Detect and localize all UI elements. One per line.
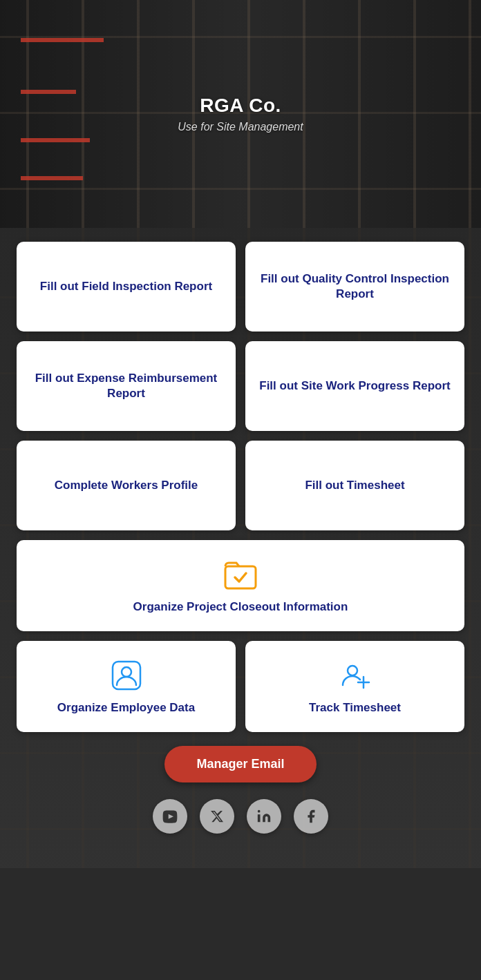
linkedin-icon[interactable] bbox=[247, 799, 281, 834]
cards-row-3: Complete Workers Profile Fill out Timesh… bbox=[17, 441, 464, 530]
manager-email-button[interactable]: Manager Email bbox=[164, 746, 317, 782]
cards-row-4: Organize Project Closeout Information bbox=[17, 540, 464, 631]
hero-section: RGA Co. Use for Site Management bbox=[0, 0, 481, 228]
scaffold-accent bbox=[21, 90, 76, 94]
site-work-progress-card[interactable]: Fill out Site Work Progress Report bbox=[245, 341, 464, 431]
cards-row-5: Organize Employee Data Track Timesheet bbox=[17, 641, 464, 732]
project-closeout-card[interactable]: Organize Project Closeout Information bbox=[17, 540, 464, 631]
cards-row-1: Fill out Field Inspection Report Fill ou… bbox=[17, 242, 464, 332]
timesheet-card[interactable]: Fill out Timesheet bbox=[245, 441, 464, 530]
scaffold-accent bbox=[21, 138, 90, 142]
app-subtitle: Use for Site Management bbox=[178, 121, 303, 133]
scaffold-accent bbox=[21, 176, 83, 180]
svg-point-6 bbox=[258, 810, 261, 813]
person-icon bbox=[109, 657, 144, 693]
employee-data-card[interactable]: Organize Employee Data bbox=[17, 641, 236, 732]
facebook-icon[interactable] bbox=[294, 799, 328, 834]
svg-point-2 bbox=[122, 667, 131, 677]
expense-reimbursement-card[interactable]: Fill out Expense Reimbursement Report bbox=[17, 341, 236, 431]
x-twitter-icon[interactable] bbox=[200, 799, 234, 834]
svg-point-3 bbox=[348, 666, 357, 675]
quality-control-card[interactable]: Fill out Quality Control Inspection Repo… bbox=[245, 242, 464, 332]
main-content: Fill out Field Inspection Report Fill ou… bbox=[0, 228, 481, 868]
field-inspection-card[interactable]: Fill out Field Inspection Report bbox=[17, 242, 236, 332]
hero-content: RGA Co. Use for Site Management bbox=[178, 95, 303, 133]
add-person-icon bbox=[337, 657, 373, 693]
workers-profile-card[interactable]: Complete Workers Profile bbox=[17, 441, 236, 530]
folder-check-icon bbox=[223, 557, 258, 593]
svg-rect-0 bbox=[225, 566, 256, 588]
track-timesheet-card[interactable]: Track Timesheet bbox=[245, 641, 464, 732]
app-title: RGA Co. bbox=[178, 95, 303, 117]
social-links bbox=[17, 799, 464, 847]
youtube-icon[interactable] bbox=[153, 799, 187, 834]
cards-row-2: Fill out Expense Reimbursement Report Fi… bbox=[17, 341, 464, 431]
scaffold-accent bbox=[21, 38, 104, 42]
